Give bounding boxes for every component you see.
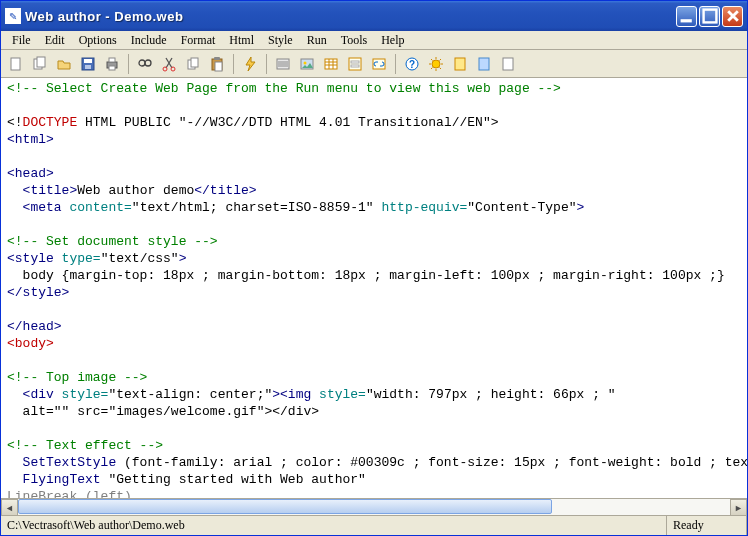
paste-icon[interactable] <box>206 53 228 75</box>
menu-format[interactable]: Format <box>174 32 223 49</box>
new-icon[interactable] <box>5 53 27 75</box>
flyingtext-keyword: FlyingText <box>7 472 101 487</box>
find-icon[interactable] <box>134 53 156 75</box>
menu-file[interactable]: File <box>5 32 38 49</box>
menu-edit[interactable]: Edit <box>38 32 72 49</box>
open-icon[interactable] <box>53 53 75 75</box>
toolbar-separator <box>395 54 396 74</box>
meta-attr: http-equiv= <box>374 200 468 215</box>
titlebar[interactable]: ✎ Web author - Demo.web <box>1 1 747 31</box>
svg-point-25 <box>304 61 307 64</box>
page-blue-icon[interactable] <box>473 53 495 75</box>
svg-point-12 <box>145 60 151 66</box>
linebreak-keyword: LineBreak <box>7 489 77 498</box>
app-icon: ✎ <box>5 8 21 24</box>
copy-doc-icon[interactable] <box>29 53 51 75</box>
scroll-right-button[interactable]: ► <box>730 499 747 516</box>
save-icon[interactable] <box>77 53 99 75</box>
div-open: <div <box>7 387 54 402</box>
div-close-bracket: > <box>272 387 280 402</box>
svg-rect-18 <box>215 62 222 71</box>
close-button[interactable] <box>722 6 743 27</box>
svg-rect-32 <box>351 61 359 63</box>
insert-form-icon[interactable] <box>344 53 366 75</box>
settings-icon[interactable] <box>425 53 447 75</box>
img-style-attr: style= <box>311 387 366 402</box>
img-open: <img <box>280 387 311 402</box>
menubar: File Edit Options Include Format Html St… <box>1 31 747 50</box>
status-path: C:\Vectrasoft\Web author\Demo.web <box>1 516 667 535</box>
svg-rect-26 <box>325 59 337 69</box>
toolbar-separator <box>128 54 129 74</box>
svg-rect-0 <box>680 19 691 22</box>
horizontal-scrollbar[interactable]: ◄ ► <box>1 498 747 515</box>
cut-icon[interactable] <box>158 53 180 75</box>
svg-line-42 <box>431 59 433 61</box>
head-close: </head> <box>7 319 62 334</box>
window-controls <box>676 6 743 27</box>
minimize-button[interactable] <box>676 6 697 27</box>
svg-rect-34 <box>373 59 385 69</box>
meta-tag: <meta <box>7 200 62 215</box>
insert-image-icon[interactable] <box>296 53 318 75</box>
maximize-button[interactable] <box>699 6 720 27</box>
svg-rect-4 <box>37 57 45 67</box>
style-attr: type= <box>54 251 101 266</box>
menu-tools[interactable]: Tools <box>334 32 375 49</box>
svg-rect-48 <box>503 58 513 70</box>
css-body: body {margin-top: 18px ; margin-bottom: … <box>7 268 725 283</box>
status-ready: Ready <box>667 516 747 535</box>
menu-options[interactable]: Options <box>72 32 124 49</box>
img-alt-src: alt="" src="images/welcome.gif"></div> <box>7 404 319 419</box>
settextstyle-keyword: SetTextStyle <box>7 455 116 470</box>
style-open: <style <box>7 251 54 266</box>
svg-point-11 <box>139 60 145 66</box>
svg-point-14 <box>171 67 175 71</box>
settextstyle-args: (font-family: arial ; color: #00309c ; f… <box>116 455 747 470</box>
menu-help[interactable]: Help <box>374 32 411 49</box>
head-tag: <head> <box>7 166 54 181</box>
svg-rect-9 <box>109 58 115 62</box>
scroll-track[interactable] <box>18 499 730 515</box>
page-white-icon[interactable] <box>497 53 519 75</box>
insert-link-icon[interactable] <box>368 53 390 75</box>
menu-include[interactable]: Include <box>124 32 174 49</box>
code-comment: <!-- Top image --> <box>7 370 147 385</box>
div-style-attr: style= <box>54 387 109 402</box>
svg-rect-7 <box>85 65 91 69</box>
svg-line-44 <box>431 67 433 69</box>
svg-rect-47 <box>479 58 489 70</box>
svg-text:?: ? <box>409 59 415 70</box>
menu-run[interactable]: Run <box>300 32 334 49</box>
toolbar-separator <box>233 54 234 74</box>
copy-icon[interactable] <box>182 53 204 75</box>
flyingtext-args: "Getting started with Web author" <box>101 472 366 487</box>
svg-rect-31 <box>349 58 361 70</box>
code-editor[interactable]: <!-- Select Create Web Page from the Run… <box>1 78 747 498</box>
style-val: "text/css" <box>101 251 179 266</box>
scroll-left-button[interactable]: ◄ <box>1 499 18 516</box>
svg-line-45 <box>440 59 442 61</box>
page-yellow-icon[interactable] <box>449 53 471 75</box>
insert-block-icon[interactable] <box>272 53 294 75</box>
window-title: Web author - Demo.web <box>25 9 676 24</box>
html-tag: <html> <box>7 132 54 147</box>
menu-style[interactable]: Style <box>261 32 300 49</box>
insert-table-icon[interactable] <box>320 53 342 75</box>
scroll-thumb[interactable] <box>18 499 552 514</box>
help-icon[interactable]: ? <box>401 53 423 75</box>
run-icon[interactable] <box>239 53 261 75</box>
doctype-keyword: DOCTYPE <box>23 115 78 130</box>
print-icon[interactable] <box>101 53 123 75</box>
div-style-val: "text-align: center;" <box>108 387 272 402</box>
linebreak-args: (left) <box>77 489 132 498</box>
toolbar-separator <box>266 54 267 74</box>
svg-line-43 <box>440 67 442 69</box>
menu-html[interactable]: Html <box>222 32 261 49</box>
title-text: Web author demo <box>77 183 194 198</box>
toolbar: ? <box>1 50 747 78</box>
img-style-val: "width: 797px ; height: 66px ; " <box>366 387 616 402</box>
meta-attr: content= <box>62 200 132 215</box>
statusbar: C:\Vectrasoft\Web author\Demo.web Ready <box>1 515 747 535</box>
svg-rect-46 <box>455 58 465 70</box>
